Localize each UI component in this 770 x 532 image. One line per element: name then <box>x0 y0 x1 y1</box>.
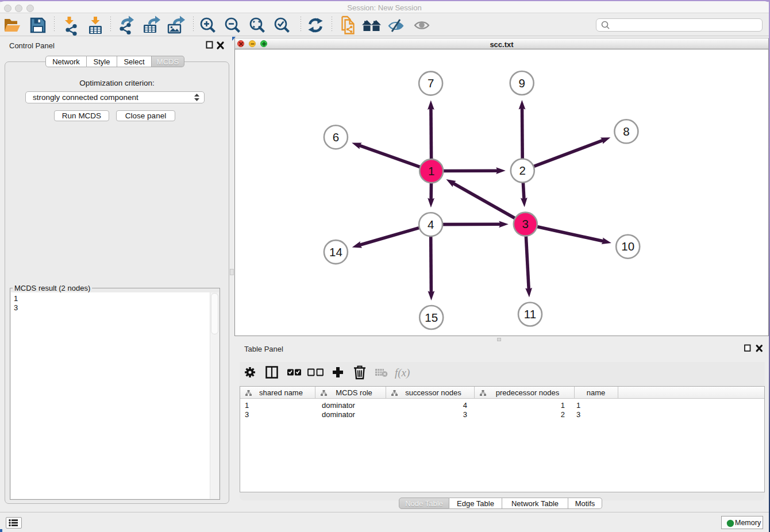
svg-text:7: 7 <box>428 76 434 90</box>
svg-text:f(x): f(x) <box>395 367 410 379</box>
svg-text:11: 11 <box>524 307 536 321</box>
svg-text:1: 1 <box>428 164 434 178</box>
svg-text:4: 4 <box>428 218 434 231</box>
svg-text:15: 15 <box>425 311 438 324</box>
svg-text:6: 6 <box>333 130 339 144</box>
svg-text:10: 10 <box>621 240 634 253</box>
svg-text:3: 3 <box>522 217 529 230</box>
svg-text:MCDS role: MCDS role <box>336 388 372 397</box>
svg-text:2: 2 <box>519 164 526 177</box>
svg-text:name: name <box>587 388 606 397</box>
svg-text:14: 14 <box>329 245 342 259</box>
svg-text:predecessor nodes: predecessor nodes <box>496 388 560 397</box>
svg-text:shared name: shared name <box>259 388 303 397</box>
svg-text:successor nodes: successor nodes <box>405 388 461 397</box>
svg-text:8: 8 <box>623 125 629 138</box>
svg-text:9: 9 <box>518 76 525 90</box>
